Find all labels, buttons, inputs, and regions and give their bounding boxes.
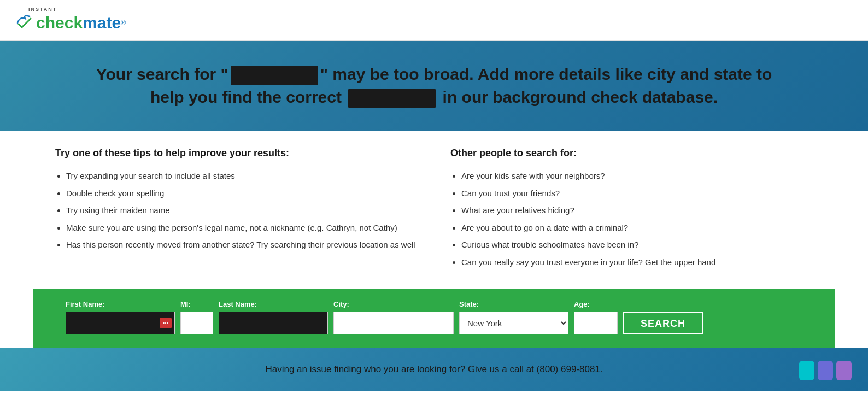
hero-banner: Your search for " " may be too broad. Ad… xyxy=(0,41,868,131)
redacted-person-name xyxy=(348,89,436,108)
mi-field-group: MI: xyxy=(180,300,213,334)
list-item: Are your kids safe with your neighbors? xyxy=(461,169,813,183)
tips-list: Try expanding your search to include all… xyxy=(55,169,418,252)
first-name-wrapper: ··· xyxy=(66,312,175,334)
state-field-group: State: All States Alabama Alaska Arizona… xyxy=(459,300,568,334)
list-item: Try expanding your search to include all… xyxy=(66,169,418,183)
other-people-column: Other people to search for: Are your kid… xyxy=(450,148,813,272)
list-item: Are you about to go on a date with a cri… xyxy=(461,221,813,235)
chat-widget[interactable] xyxy=(799,361,852,380)
list-item: Has this person recently moved from anot… xyxy=(66,238,418,252)
last-name-input[interactable] xyxy=(219,312,328,334)
chat-bubble-purple xyxy=(836,361,852,380)
chat-bubble-teal xyxy=(799,361,814,380)
list-item: Curious what trouble schoolmates have be… xyxy=(461,238,813,252)
search-button[interactable]: SEARCH xyxy=(623,312,703,334)
first-name-label: First Name: xyxy=(66,300,175,308)
dots-button[interactable]: ··· xyxy=(160,318,172,328)
city-field-group: City: xyxy=(333,300,454,334)
header: INSTANT checkmate® xyxy=(0,0,868,41)
first-name-field-group: First Name: ··· xyxy=(66,300,175,334)
footer: Having an issue finding who you are look… xyxy=(0,348,868,391)
search-fields: First Name: ··· MI: Last Name: City: Sta… xyxy=(66,300,802,334)
tips-column: Try one of these tips to help improve yo… xyxy=(55,148,418,272)
main-content-box: Try one of these tips to help improve yo… xyxy=(33,131,835,289)
city-input[interactable] xyxy=(333,312,454,334)
chat-bubble-blue xyxy=(818,361,833,380)
logo: INSTANT checkmate® xyxy=(13,7,126,34)
list-item: Can you trust your friends? xyxy=(461,186,813,201)
logo-check-text: check xyxy=(36,14,83,32)
tips-heading: Try one of these tips to help improve yo… xyxy=(55,148,418,159)
list-item: Double check your spelling xyxy=(66,186,418,201)
last-name-field-group: Last Name: xyxy=(219,300,328,334)
mi-input[interactable] xyxy=(180,312,213,334)
hero-text: Your search for " " may be too broad. Ad… xyxy=(79,63,789,109)
logo-bird-icon xyxy=(13,12,35,34)
list-item: Can you really say you trust everyone in… xyxy=(461,255,813,269)
logo-mate-text: mate xyxy=(83,14,121,32)
state-select[interactable]: All States Alabama Alaska Arizona Arkans… xyxy=(459,312,568,334)
list-item: Make sure you are using the person's leg… xyxy=(66,221,418,235)
last-name-label: Last Name: xyxy=(219,300,328,308)
age-label: Age: xyxy=(574,300,618,308)
mi-label: MI: xyxy=(180,300,213,308)
city-label: City: xyxy=(333,300,454,308)
list-item: Try using their maiden name xyxy=(66,203,418,218)
other-people-heading: Other people to search for: xyxy=(450,148,813,159)
age-input[interactable] xyxy=(574,312,618,334)
footer-text: Having an issue finding who you are look… xyxy=(16,364,852,375)
age-field-group: Age: xyxy=(574,300,618,334)
search-bar: First Name: ··· MI: Last Name: City: Sta… xyxy=(33,289,835,348)
state-label: State: xyxy=(459,300,568,308)
list-item: What are your relatives hiding? xyxy=(461,203,813,218)
logo-registered: ® xyxy=(121,19,126,27)
logo-instant-text: INSTANT xyxy=(28,7,57,12)
other-people-list: Are your kids safe with your neighbors? … xyxy=(450,169,813,269)
first-name-input[interactable] xyxy=(66,312,175,334)
redacted-search-name xyxy=(231,66,318,85)
